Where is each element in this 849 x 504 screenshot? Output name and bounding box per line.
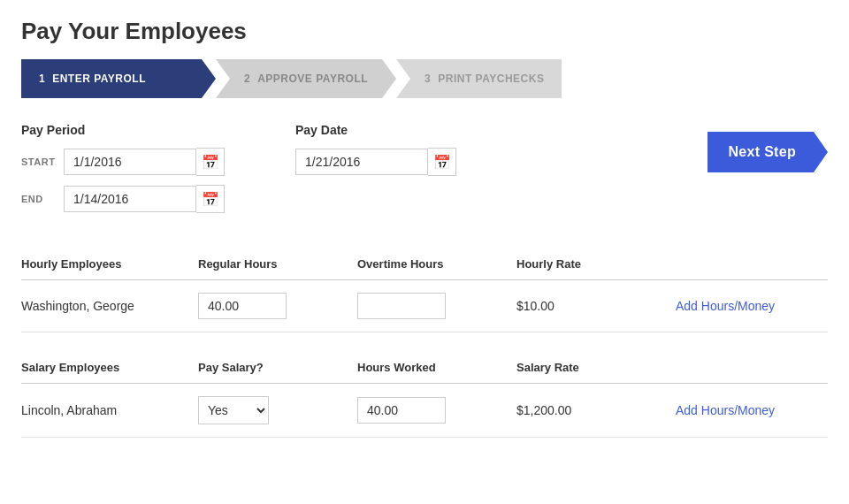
hourly-action-cell: Add Hours/Money xyxy=(676,280,828,332)
salary-employee-name: Lincoln, Abraham xyxy=(21,384,198,438)
step-1-label: Enter Payroll xyxy=(52,73,146,85)
step-3-number: 3 xyxy=(424,73,431,85)
hourly-col-rate: Hourly Rate xyxy=(516,250,676,280)
dates-section: Pay Period START 📅 END 📅 Pay Date 📅 Next… xyxy=(21,123,828,222)
hourly-employee-name: Washington, George xyxy=(21,280,198,332)
hourly-regular-hours-cell xyxy=(198,280,357,332)
hourly-col-name: Hourly Employees xyxy=(21,250,198,280)
pay-date-input[interactable] xyxy=(295,149,428,175)
hourly-employees-table: Hourly Employees Regular Hours Overtime … xyxy=(21,250,828,332)
salary-pay-select[interactable]: Yes No xyxy=(198,396,269,424)
hourly-overtime-hours-input[interactable] xyxy=(357,293,446,319)
hourly-col-action xyxy=(676,250,828,280)
table-row: Washington, George $10.00 Add Hours/Mone… xyxy=(21,280,828,332)
end-date-input[interactable] xyxy=(64,186,196,212)
pay-period-label: Pay Period xyxy=(21,123,225,137)
end-label: END xyxy=(21,194,58,204)
table-row: Lincoln, Abraham Yes No $1,200.00 Add Ho… xyxy=(21,384,828,438)
start-label: START xyxy=(21,157,58,167)
end-calendar-icon[interactable]: 📅 xyxy=(196,185,225,213)
step-1-number: 1 xyxy=(39,73,45,85)
end-date-row: END 📅 xyxy=(21,185,225,213)
salary-pay-cell: Yes No xyxy=(198,384,357,438)
salary-col-action xyxy=(676,354,828,384)
step-print-paychecks[interactable]: 3 Print Paychecks xyxy=(396,59,562,98)
hourly-regular-hours-input[interactable] xyxy=(198,293,287,319)
step-approve-payroll[interactable]: 2 Approve Payroll xyxy=(216,59,396,98)
step-2-number: 2 xyxy=(244,73,250,85)
salary-col-name: Salary Employees xyxy=(21,354,198,384)
hourly-add-link[interactable]: Add Hours/Money xyxy=(676,299,775,313)
pay-date-calendar-icon[interactable]: 📅 xyxy=(428,148,456,176)
salary-add-link[interactable]: Add Hours/Money xyxy=(676,403,775,417)
pay-date-row: 📅 xyxy=(295,148,708,176)
next-step-block: Next Step xyxy=(708,132,829,172)
start-date-input[interactable] xyxy=(64,149,196,175)
start-date-row: START 📅 xyxy=(21,148,225,176)
salary-col-pay: Pay Salary? xyxy=(198,354,357,384)
salary-employees-table: Salary Employees Pay Salary? Hours Worke… xyxy=(21,354,828,438)
step-enter-payroll[interactable]: 1 Enter Payroll xyxy=(21,59,216,98)
salary-rate-cell: $1,200.00 xyxy=(516,384,676,438)
hourly-col-overtime: Overtime Hours xyxy=(357,250,516,280)
salary-col-hours: Hours Worked xyxy=(357,354,516,384)
salary-hours-input[interactable] xyxy=(357,397,446,424)
step-2-label: Approve Payroll xyxy=(257,73,368,85)
next-step-button[interactable]: Next Step xyxy=(708,132,829,172)
pay-date-block: Pay Date 📅 xyxy=(295,123,708,185)
hourly-rate-cell: $10.00 xyxy=(516,280,676,332)
salary-hours-cell xyxy=(357,384,516,438)
pay-period-block: Pay Period START 📅 END 📅 xyxy=(21,123,225,222)
start-calendar-icon[interactable]: 📅 xyxy=(196,148,225,176)
pay-date-label: Pay Date xyxy=(295,123,708,137)
salary-col-rate: Salary Rate xyxy=(516,354,676,384)
step-3-label: Print Paychecks xyxy=(438,73,544,85)
stepper: 1 Enter Payroll 2 Approve Payroll 3 Prin… xyxy=(21,59,828,98)
hourly-overtime-hours-cell xyxy=(357,280,516,332)
employees-section: Hourly Employees Regular Hours Overtime … xyxy=(21,250,828,438)
salary-action-cell: Add Hours/Money xyxy=(676,384,828,438)
hourly-col-hours: Regular Hours xyxy=(198,250,357,280)
page-title: Pay Your Employees xyxy=(21,18,828,45)
